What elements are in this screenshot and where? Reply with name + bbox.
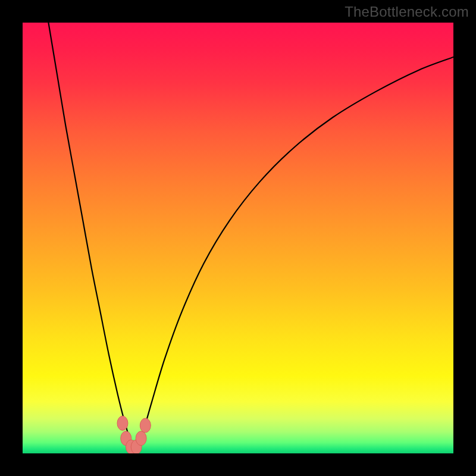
curve-marker	[140, 418, 151, 433]
curve-layer	[23, 23, 453, 453]
chart-frame: TheBottleneck.com	[0, 0, 476, 476]
watermark-text: TheBottleneck.com	[345, 4, 469, 20]
marker-group	[117, 416, 151, 453]
curve-marker	[117, 416, 128, 430]
plot-area	[23, 23, 453, 453]
bottleneck-curve	[48, 23, 453, 449]
curve-marker	[136, 431, 146, 446]
